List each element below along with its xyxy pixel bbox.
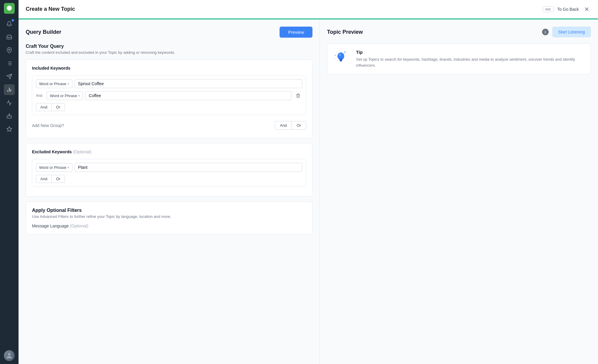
filters-desc: Use Advanced Filters to further refine y… bbox=[32, 214, 306, 219]
chevron-down-icon: ▾ bbox=[68, 82, 69, 85]
info-icon[interactable]: i bbox=[542, 29, 549, 35]
header-right: esc To Go Back ✕ bbox=[543, 5, 591, 13]
tip-card: + + Tip Set up Topics bbox=[327, 43, 591, 74]
right-panel: Topic Preview i Start Listening bbox=[320, 19, 598, 364]
svg-rect-29 bbox=[340, 60, 342, 61]
add-group-label: Add New Group? bbox=[32, 123, 64, 128]
sidebar-item-chart[interactable] bbox=[4, 97, 15, 108]
excl-and-button[interactable]: And bbox=[36, 175, 52, 183]
sidebar-item-inbox[interactable] bbox=[4, 32, 15, 42]
add-group-row: Add New Group? And Or bbox=[32, 119, 306, 132]
keyword-row-2: And Word or Phrase ▾ bbox=[36, 91, 302, 100]
sidebar-item-analytics[interactable] bbox=[4, 84, 15, 95]
or-button-1[interactable]: Or bbox=[52, 103, 65, 111]
svg-point-21 bbox=[335, 58, 335, 59]
and-or-buttons-excl-group1: And Or bbox=[36, 175, 302, 183]
add-group-buttons: And Or bbox=[275, 121, 306, 130]
delete-keyword-button[interactable] bbox=[294, 91, 302, 100]
sidebar-item-star[interactable] bbox=[4, 124, 15, 134]
excluded-keywords-title: Excluded Keywords (Optional) bbox=[32, 149, 306, 154]
keyword-input-1[interactable] bbox=[75, 79, 302, 88]
svg-point-0 bbox=[9, 49, 10, 51]
svg-rect-12 bbox=[7, 116, 12, 118]
page-title: Create a New Topic bbox=[26, 6, 75, 12]
sidebar-item-bot[interactable] bbox=[4, 111, 15, 121]
avatar[interactable] bbox=[4, 350, 15, 361]
keyword-type-select-2[interactable]: Word or Phrase ▾ bbox=[47, 91, 83, 100]
panels: Query Builder Preview Craft Your Query C… bbox=[19, 19, 598, 364]
chevron-down-icon-excl: ▾ bbox=[68, 166, 69, 169]
craft-section: Craft Your Query Craft the content inclu… bbox=[26, 44, 312, 55]
svg-rect-31 bbox=[340, 61, 342, 62]
right-panel-actions: i Start Listening bbox=[542, 27, 591, 37]
svg-point-19 bbox=[335, 55, 336, 56]
tip-content: Tip Set up Topics to search for keywords… bbox=[356, 50, 585, 68]
add-group-and-button[interactable]: And bbox=[275, 121, 292, 130]
optional-filters-card: Apply Optional Filters Use Advanced Filt… bbox=[26, 201, 312, 235]
svg-marker-17 bbox=[7, 127, 12, 131]
header: Create a New Topic esc To Go Back ✕ bbox=[19, 0, 598, 19]
and-button-1[interactable]: And bbox=[36, 103, 52, 111]
preview-button[interactable]: Preview bbox=[280, 27, 312, 38]
chevron-down-icon-2: ▾ bbox=[78, 94, 80, 97]
excluded-keywords-card: Excluded Keywords (Optional) Word or Phr… bbox=[26, 143, 312, 197]
tip-title: Tip bbox=[356, 50, 585, 55]
main-content: Create a New Topic esc To Go Back ✕ Quer… bbox=[19, 0, 598, 364]
tip-icon-area: + + bbox=[333, 50, 351, 68]
start-listening-button[interactable]: Start Listening bbox=[552, 27, 591, 37]
svg-point-13 bbox=[9, 114, 10, 115]
svg-rect-28 bbox=[339, 60, 342, 61]
excluded-keyword-row-1: Word or Phrase ▾ bbox=[36, 163, 302, 172]
esc-badge: esc bbox=[543, 6, 554, 12]
right-panel-header: Topic Preview i Start Listening bbox=[327, 27, 591, 37]
svg-point-23 bbox=[346, 55, 347, 56]
message-language-label: Message Language (Optional) bbox=[32, 224, 306, 228]
avatar-image bbox=[4, 350, 15, 361]
craft-title: Craft Your Query bbox=[26, 44, 312, 49]
craft-desc: Craft the content included and excluded … bbox=[26, 50, 312, 55]
included-keyword-group-1: Word or Phrase ▾ And Word or Phrase ▾ bbox=[32, 75, 306, 115]
and-or-buttons-group1: And Or bbox=[36, 103, 302, 111]
excl-or-button[interactable]: Or bbox=[52, 175, 65, 183]
excluded-keyword-type-select-1[interactable]: Word or Phrase ▾ bbox=[36, 163, 72, 172]
svg-point-20 bbox=[336, 52, 337, 53]
add-group-or-button[interactable]: Or bbox=[292, 121, 306, 130]
sidebar-item-alert[interactable] bbox=[4, 19, 15, 29]
and-connector-label: And bbox=[36, 94, 44, 98]
lightbulb-icon: + + bbox=[333, 50, 348, 65]
sidebar-item-pin[interactable] bbox=[4, 45, 15, 56]
to-go-back-label: To Go Back bbox=[557, 7, 579, 12]
excluded-keyword-group-1: Word or Phrase ▾ And Or bbox=[32, 159, 306, 187]
svg-text:+: + bbox=[337, 59, 338, 61]
keyword-input-2[interactable] bbox=[86, 91, 292, 100]
tip-text: Set up Topics to search for keywords, ha… bbox=[356, 56, 585, 68]
svg-text:+: + bbox=[344, 52, 345, 54]
query-builder-title: Query Builder bbox=[26, 29, 61, 35]
topic-preview-title: Topic Preview bbox=[327, 29, 363, 35]
svg-rect-27 bbox=[339, 59, 342, 60]
included-keywords-card: Included Keywords Word or Phrase ▾ An bbox=[26, 59, 312, 138]
sidebar-item-list[interactable] bbox=[4, 58, 15, 69]
included-keywords-title: Included Keywords bbox=[32, 66, 306, 71]
keyword-row-1: Word or Phrase ▾ bbox=[36, 79, 302, 88]
left-panel: Query Builder Preview Craft Your Query C… bbox=[19, 19, 320, 364]
keyword-type-select-1[interactable]: Word or Phrase ▾ bbox=[36, 79, 72, 88]
app-logo[interactable] bbox=[4, 3, 15, 14]
sidebar bbox=[0, 0, 19, 364]
close-button[interactable]: ✕ bbox=[582, 5, 591, 13]
filters-title: Apply Optional Filters bbox=[32, 208, 306, 213]
svg-point-18 bbox=[8, 353, 10, 356]
excluded-keyword-input-1[interactable] bbox=[75, 163, 302, 172]
sidebar-item-send[interactable] bbox=[4, 71, 15, 82]
left-panel-header: Query Builder Preview bbox=[26, 27, 312, 38]
